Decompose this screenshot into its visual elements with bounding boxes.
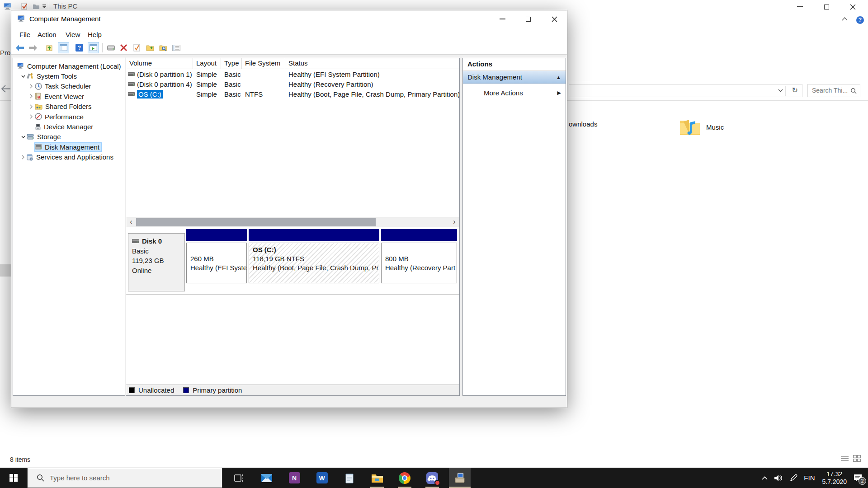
menu-action[interactable]: Action — [35, 30, 59, 39]
address-dropdown-icon[interactable] — [778, 89, 783, 92]
partition-os-c[interactable]: OS (C:) 118,19 GB NTFS Healthy (Boot, Pa… — [249, 227, 379, 286]
cm-close-button[interactable] — [544, 10, 565, 28]
action-pane-toggle-icon[interactable] — [88, 42, 99, 53]
taskbar-notepad-icon[interactable] — [339, 468, 360, 488]
music-folder-item[interactable]: Music — [678, 114, 737, 140]
tree-item-storage[interactable]: Storage — [13, 132, 125, 142]
back-icon[interactable] — [14, 42, 25, 53]
performance-icon — [35, 113, 42, 120]
partition-efi[interactable]: 260 MB Healthy (EFI Syste — [186, 227, 247, 286]
chevron-collapsed-icon[interactable] — [19, 155, 27, 160]
delete-volume-icon[interactable] — [118, 42, 129, 53]
chevron-collapsed-icon[interactable] — [28, 104, 35, 109]
volume-speaker-icon[interactable] — [774, 474, 783, 482]
menu-help[interactable]: Help — [85, 30, 104, 39]
tree-item-task-scheduler[interactable]: Task Scheduler — [13, 81, 125, 91]
clock[interactable]: 17.32 5.7.2020 — [822, 470, 847, 486]
actions-group-disk-management[interactable]: Disk Management ▲ — [463, 71, 566, 84]
disk0-info-panel[interactable]: Disk 0 Basic 119,23 GB Online — [128, 233, 185, 291]
scroll-left-icon[interactable]: ‹ — [126, 217, 136, 227]
refresh-icon[interactable]: ↻ — [792, 86, 798, 94]
start-button[interactable] — [0, 468, 27, 488]
column-volume[interactable]: Volume — [126, 58, 193, 69]
explorer-close-button[interactable] — [842, 0, 863, 14]
column-layout[interactable]: Layout — [193, 58, 221, 69]
forward-icon[interactable] — [27, 42, 38, 53]
tree-item-shared-folders[interactable]: Shared Folders — [13, 102, 125, 112]
computer-management-window: Computer Management File Action View Hel… — [11, 10, 567, 408]
cm-minimize-button[interactable] — [492, 10, 513, 28]
collapse-icon[interactable]: ▲ — [556, 75, 561, 80]
help-icon[interactable]: ? — [74, 42, 85, 53]
tree-item-event-viewer[interactable]: Event Viewer — [13, 91, 125, 101]
more-actions-item[interactable]: More Actions ▶ — [463, 86, 566, 99]
pen-icon[interactable] — [789, 474, 797, 482]
taskbar-file-explorer-icon[interactable] — [366, 468, 388, 488]
explorer-search-box[interactable]: Search Thi... — [807, 84, 860, 97]
taskbar-computer-management-icon[interactable] — [449, 468, 471, 488]
explorer-minimize-button[interactable] — [789, 0, 810, 14]
taskbar-onenote-icon[interactable]: N — [283, 468, 305, 488]
console-tree-toggle-icon[interactable] — [58, 42, 69, 53]
ribbon-properties-clipped-label[interactable]: Pro — [0, 49, 10, 56]
up-one-level-icon[interactable] — [44, 42, 55, 53]
volume-row-selected[interactable]: OS (C:) Simple Basic NTFS Healthy (Boot,… — [126, 89, 459, 99]
chevron-collapsed-icon[interactable] — [28, 84, 35, 89]
horizontal-scrollbar[interactable]: ‹ › — [126, 217, 459, 227]
scroll-right-icon[interactable]: › — [449, 217, 459, 227]
drive-icon[interactable] — [105, 42, 117, 53]
explorer-restore-button[interactable] — [816, 0, 837, 14]
action-center-icon[interactable]: 2 — [853, 474, 863, 482]
volume-row[interactable]: (Disk 0 partition 4) Simple Basic Health… — [126, 79, 459, 89]
qat-new-folder-icon[interactable] — [33, 3, 40, 10]
disk-management-main-pane: Volume Layout Type File System Status (D… — [126, 58, 460, 396]
taskbar-discord-icon[interactable] — [421, 468, 443, 488]
tree-item-performance[interactable]: Performance — [13, 112, 125, 122]
scrollbar-thumb[interactable] — [136, 218, 376, 226]
ribbon-collapse-icon[interactable] — [842, 17, 848, 21]
column-status[interactable]: Status — [285, 58, 459, 69]
chevron-expanded-icon[interactable] — [19, 75, 27, 78]
chevron-collapsed-icon[interactable] — [28, 114, 35, 119]
chevron-collapsed-icon[interactable] — [28, 94, 35, 99]
menu-file[interactable]: File — [17, 30, 33, 39]
task-view-button[interactable] — [228, 468, 250, 488]
partition-recovery[interactable]: 800 MB Healthy (Recovery Part — [381, 227, 457, 286]
qat-customize-chevron-icon[interactable] — [42, 4, 47, 9]
taskbar-search-box[interactable]: Type here to search — [27, 468, 222, 488]
taskbar-chrome-icon[interactable] — [394, 468, 415, 488]
cm-maximize-button[interactable] — [518, 10, 538, 28]
explorer-help-icon[interactable]: ? — [856, 16, 864, 24]
taskbar-word-icon[interactable]: W — [311, 468, 333, 488]
tree-item-system-tools[interactable]: System Tools — [13, 71, 125, 81]
qat-properties-icon[interactable] — [21, 3, 28, 10]
device-manager-icon — [35, 123, 41, 131]
windows-logo-icon — [9, 474, 18, 482]
tray-overflow-chevron-icon[interactable] — [762, 476, 768, 480]
cm-titlebar[interactable]: Computer Management — [11, 10, 567, 28]
properties-check-icon[interactable] — [131, 42, 142, 53]
submenu-arrow-icon[interactable]: ▶ — [557, 90, 561, 96]
qat-separator — [49, 2, 49, 11]
taskbar-mail-icon[interactable] — [256, 468, 278, 488]
explorer-back-icon[interactable] — [1, 85, 10, 93]
tree-item-services-applications[interactable]: Services and Applications — [13, 152, 125, 162]
address-bar[interactable]: ↻ — [569, 84, 802, 97]
fields-chooser-icon[interactable] — [170, 42, 182, 53]
column-file-system[interactable]: File System — [242, 58, 285, 69]
tree-item-device-manager[interactable]: Device Manager — [13, 122, 125, 131]
downloads-folder-label[interactable]: ownloads — [569, 120, 597, 128]
details-view-icon[interactable] — [841, 455, 849, 462]
chevron-expanded-icon[interactable] — [19, 136, 27, 138]
tree-item-computer-management[interactable]: Computer Management (Local) — [13, 61, 125, 71]
volume-row[interactable]: (Disk 0 partition 1) Simple Basic Health… — [126, 69, 459, 79]
language-indicator[interactable]: FIN — [804, 474, 815, 482]
selected-tree-item: Disk Management — [35, 143, 101, 151]
folder-search-icon[interactable] — [157, 42, 169, 53]
music-folder-label[interactable]: Music — [706, 123, 724, 131]
tree-item-disk-management[interactable]: Disk Management — [13, 142, 125, 152]
menu-view[interactable]: View — [63, 30, 82, 39]
column-type[interactable]: Type — [221, 58, 242, 69]
open-folder-up-icon[interactable] — [144, 42, 156, 53]
thumbnails-view-icon[interactable] — [853, 455, 861, 462]
